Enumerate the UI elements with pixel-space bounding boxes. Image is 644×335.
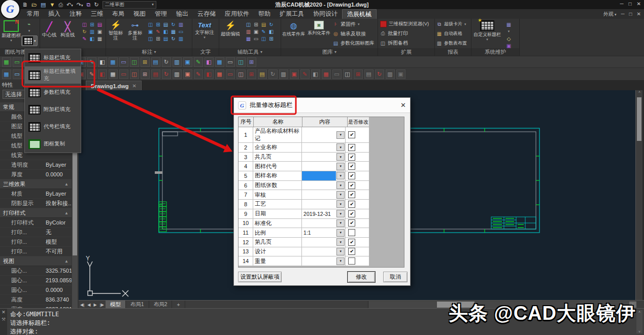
close-icon[interactable]: ✕ [0, 309, 7, 316]
property-row[interactable]: 打印...不可用 [0, 247, 72, 256]
row-modify-cell[interactable]: ✔ [346, 209, 369, 218]
tool-icon[interactable]: ◫ [130, 69, 139, 79]
chevron-down-icon[interactable]: ▾ [505, 28, 513, 35]
tool-icon[interactable]: ▦ [215, 69, 224, 79]
tool-icon[interactable]: ⊞ [354, 69, 363, 79]
tool-icon[interactable]: ⊞ [141, 57, 150, 67]
tab-close-icon[interactable]: ✕ [132, 83, 137, 89]
row-modify-cell[interactable]: ✔ [346, 153, 369, 162]
dropdown-button[interactable]: ▼ [336, 153, 345, 161]
dropdown-button[interactable]: ▼ [336, 181, 345, 189]
content-input[interactable] [302, 143, 336, 152]
modify-checkbox[interactable]: ✔ [348, 191, 355, 198]
tool-icon[interactable]: ▦ [245, 35, 252, 42]
row-content-cell[interactable]: 2019-12-31▼ [302, 209, 346, 218]
tool-icon[interactable]: ▥ [177, 21, 185, 28]
property-row[interactable]: 高度836.3740 [0, 295, 72, 305]
content-input[interactable] [302, 190, 336, 199]
menu-tab[interactable]: 应用软件 [220, 9, 254, 19]
modify-checkbox[interactable]: ✔ [348, 182, 355, 189]
row-content-cell[interactable]: ▼ [302, 200, 346, 209]
layout-tab[interactable]: 布局2 [149, 301, 173, 309]
content-input[interactable] [302, 162, 336, 171]
row-modify-cell[interactable]: ✔ [346, 127, 369, 142]
tool-icon[interactable]: ▭ [177, 28, 185, 35]
doc-close-icon[interactable]: ✕ [637, 11, 641, 17]
tool-icon[interactable]: ▣ [252, 28, 260, 35]
tool-icon[interactable]: ▭ [13, 69, 22, 79]
tool-icon[interactable]: ✎ [194, 69, 203, 79]
bearings-button[interactable]: ◎ 轴承及联接 [333, 30, 378, 38]
tool-icon[interactable]: ◇ [505, 35, 513, 42]
tool-icon[interactable]: ▥ [279, 69, 288, 79]
tool-icon[interactable]: ▤ [162, 35, 170, 42]
dropdown-button[interactable]: ▼ [336, 200, 345, 208]
tool-icon[interactable]: ◧ [205, 69, 214, 79]
modify-button[interactable]: 修改 [348, 272, 375, 282]
menu-item[interactable]: 代号栏填充 [25, 118, 81, 135]
tool-icon[interactable]: ▥ [386, 69, 395, 79]
tool-icon[interactable]: ▦ [505, 21, 513, 28]
construction-line-button[interactable]: ╳ 构造线 [60, 22, 75, 39]
menu-tab[interactable]: 插入 [44, 9, 65, 19]
tool-icon[interactable]: ▣ [183, 57, 192, 67]
modify-checkbox[interactable]: ✔ [348, 172, 355, 179]
property-section-header[interactable]: 三维效果▲ [0, 179, 72, 189]
tool-icon[interactable]: ◫ [260, 35, 267, 42]
tool-icon[interactable]: ▦ [96, 35, 104, 42]
modify-checkbox[interactable]: ✔ [348, 154, 355, 161]
tool-icon[interactable]: ▥ [245, 28, 252, 35]
row-content-cell[interactable]: ▼ [302, 127, 346, 142]
row-modify-cell[interactable]: ✔ [346, 162, 369, 171]
nav-first-icon[interactable]: ◀| [79, 303, 86, 307]
tool-icon[interactable]: ▭ [252, 35, 260, 42]
dropdown-button[interactable]: ▼ [336, 163, 345, 170]
tool-icon[interactable]: ▭ [13, 57, 22, 67]
tool-icon[interactable]: ▥ [88, 28, 96, 35]
centerline-button[interactable]: ╱ 中心线 [42, 22, 57, 39]
tool-icon[interactable]: ◧ [311, 69, 320, 79]
content-input[interactable] [302, 181, 336, 190]
tool-icon[interactable]: ▦ [109, 69, 118, 79]
tool-icon[interactable]: ◫ [343, 69, 352, 79]
document-tab[interactable]: Drawing1.dwg ✕ [86, 81, 142, 91]
content-input[interactable]: 2019-12-31 [302, 209, 336, 218]
tool-icon[interactable]: ✎ [154, 28, 162, 35]
close-icon[interactable]: ✕ [637, 1, 641, 7]
content-input[interactable] [302, 171, 336, 180]
tool-icon[interactable]: ▦ [109, 57, 118, 67]
tool-icon[interactable]: ↻ [268, 69, 278, 79]
tool-icon[interactable]: ▭ [119, 57, 128, 67]
tool-icon[interactable]: ◫ [236, 57, 246, 67]
online-parts-button[interactable]: ◍ 在线零件库 [282, 21, 305, 38]
modify-checkbox[interactable]: ✔ [348, 163, 355, 170]
text-dim-button[interactable]: Text 文字标注 ▾ [195, 21, 214, 39]
tool-icon[interactable]: ⊞ [247, 57, 256, 67]
property-row[interactable]: 圆心...3325.7501 [0, 266, 72, 276]
menu-item[interactable]: 参数栏填充 [25, 84, 81, 101]
tool-icon[interactable]: ◧ [98, 57, 107, 67]
tool-icon[interactable]: ⊞ [154, 21, 162, 28]
new-frame-button[interactable]: N 新建图框 ▾ [2, 20, 21, 42]
row-modify-cell[interactable]: ✔ [346, 190, 369, 199]
tool-icon[interactable]: ▭ [226, 69, 235, 79]
property-row[interactable]: 圆心...2193.0859 [0, 276, 72, 285]
model-browser-button[interactable]: 三维模型浏览器(V) [380, 21, 433, 27]
tool-icon[interactable]: ✎ [87, 69, 96, 79]
tool-icon[interactable]: ▭ [332, 69, 342, 79]
super-edit-button[interactable]: ⚡ 超级编辑 [221, 21, 240, 38]
tool-icon[interactable]: ⊞ [88, 21, 96, 28]
modify-checkbox[interactable]: ✔ [348, 210, 355, 217]
layout-tab[interactable]: + [172, 301, 185, 309]
custom-titleblock-button[interactable]: ✶ 自定义标题栏 ▾ [473, 20, 501, 41]
fasteners-button[interactable]: ⊦ 紧固件▾ [333, 21, 378, 28]
tool-icon[interactable]: ▭ [226, 57, 235, 67]
row-content-cell[interactable]: ▼ [302, 153, 346, 162]
param-lib-button[interactable]: ▤ 参数化国标图库 [333, 40, 378, 47]
menu-tab[interactable]: 云存储 [193, 9, 220, 19]
modify-checkbox[interactable]: ✔ [348, 144, 355, 151]
tool-icon[interactable]: ⊞ [247, 69, 256, 79]
tool-icon[interactable]: ↻ [162, 69, 171, 79]
property-section-header[interactable]: 视图▲ [0, 256, 72, 266]
property-row[interactable]: 打印...模型 [0, 237, 72, 247]
